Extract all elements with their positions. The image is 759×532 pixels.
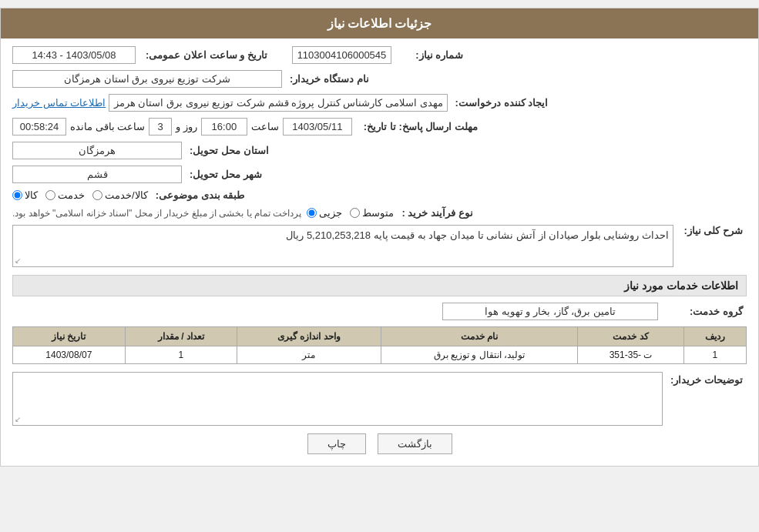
page-wrapper: جزئیات اطلاعات نیاز شماره نیاز: 11030041… [0, 8, 759, 467]
province-label: استان محل تحویل: [190, 145, 269, 156]
table-cell-name: تولید، انتقال و توزیع برق [381, 346, 578, 364]
creator-link[interactable]: اطلاعات تماس خریدار [12, 97, 106, 109]
need-desc-box: احداث روشنایی بلوار صیادان از آتش نشانی … [12, 225, 673, 267]
deadline-time: 16:00 [201, 118, 247, 136]
need-desc-label: شرح کلی نیاز: [681, 225, 743, 236]
page-title: جزئیات اطلاعات نیاز [327, 17, 432, 30]
city-value: قشم [12, 166, 182, 183]
category-khadamat-label: خدمت [58, 189, 85, 201]
deadline-days: 3 [149, 118, 172, 136]
col-code: کد خدمت [578, 327, 683, 346]
back-button[interactable]: بازگشت [378, 433, 452, 454]
buyer-org-value: شرکت توزیع نیروی برق استان هرمزگان [12, 70, 282, 88]
buyer-notes-label: توضیحات خریدار: [670, 372, 743, 386]
purchase-type-label: نوع فرآیند خرید : [401, 207, 472, 219]
col-date: تاریخ نیاز [13, 327, 126, 346]
purchase-type-motavasset-radio[interactable] [350, 208, 360, 218]
content-area: شماره نیاز: 1103004106000545 تاریخ و ساع… [1, 38, 758, 466]
deadline-remain: 00:58:24 [12, 118, 66, 136]
city-label: شهر محل تحویل: [190, 169, 262, 180]
category-khadamat-radio[interactable] [45, 190, 55, 200]
table-cell-date: 1403/08/07 [13, 346, 126, 364]
table-cell-row: 1 [683, 346, 746, 364]
deadline-label: مهلت ارسال پاسخ: تا تاریخ: [364, 121, 478, 132]
col-unit: واحد اندازه گیری [237, 327, 381, 346]
category-kala-label: کالا [25, 189, 38, 201]
resize-handle-notes: ↙ [15, 415, 21, 423]
deadline-time-label: ساعت [251, 121, 279, 132]
buyer-notes-row: توضیحات خریدار: ↙ [12, 372, 747, 426]
col-name: نام خدمت [381, 327, 578, 346]
table-cell-code: ت -35-351 [578, 346, 683, 364]
services-section-title: اطلاعات خدمات مورد نیاز [12, 275, 747, 296]
category-row: طبقه بندی موضوعی: کالا/خدمت خدمت کالا [12, 189, 747, 201]
date-time-value: 1403/05/08 - 14:43 [12, 46, 136, 64]
province-row: استان محل تحویل: هرمزگان [12, 142, 747, 159]
table-cell-qty: 1 [125, 346, 237, 364]
need-desc-row: شرح کلی نیاز: احداث روشنایی بلوار صیادان… [12, 225, 747, 267]
deadline-remain-label: ساعت باقی مانده [70, 121, 145, 132]
resize-handle-desc: ↙ [15, 256, 21, 265]
col-row: ردیف [683, 327, 746, 346]
category-radio-group: کالا/خدمت خدمت کالا [12, 189, 148, 201]
category-khadamat-option[interactable]: خدمت [45, 189, 85, 201]
buyer-org-label: نام دستگاه خریدار: [290, 73, 369, 85]
button-row: بازگشت چاپ [12, 433, 747, 454]
need-number-date-row: شماره نیاز: 1103004106000545 تاریخ و ساع… [12, 46, 747, 64]
purchase-type-jozii-option[interactable]: جزیی [307, 207, 342, 219]
table-row: 1ت -35-351تولید، انتقال و توزیع برقمتر11… [13, 346, 747, 364]
category-label: طبقه بندی موضوعی: [156, 189, 245, 201]
service-group-value: تامین برق، گاز، بخار و تهویه هوا [442, 303, 658, 320]
table-cell-unit: متر [237, 346, 381, 364]
category-kala-khadamat-option[interactable]: کالا/خدمت [92, 189, 148, 201]
purchase-type-radio-group: متوسط جزیی [307, 207, 394, 219]
col-qty: تعداد / مقدار [125, 327, 237, 346]
category-kala-option[interactable]: کالا [12, 189, 38, 201]
purchase-type-jozii-label: جزیی [319, 207, 342, 219]
province-value: هرمزگان [12, 142, 182, 159]
creator-value: مهدی اسلامی کارشناس کنترل پروژه قشم شرکت… [109, 94, 448, 112]
print-button[interactable]: چاپ [307, 433, 366, 454]
date-time-label: تاریخ و ساعت اعلان عمومی: [146, 49, 267, 61]
need-number-label: شماره نیاز: [401, 49, 463, 61]
services-table: ردیف کد خدمت نام خدمت واحد اندازه گیری ت… [12, 326, 747, 364]
buyer-notes-box: ↙ [12, 372, 663, 426]
need-desc-value: احداث روشنایی بلوار صیادان از آتش نشانی … [286, 229, 669, 241]
table-header-row: ردیف کد خدمت نام خدمت واحد اندازه گیری ت… [13, 327, 747, 346]
deadline-days-label: روز و [176, 121, 197, 132]
page-header: جزئیات اطلاعات نیاز [1, 8, 758, 38]
purchase-type-motavasset-option[interactable]: متوسط [350, 207, 394, 219]
creator-row: ایجاد کننده درخواست: مهدی اسلامی کارشناس… [12, 94, 747, 112]
category-kala-radio[interactable] [12, 190, 22, 200]
purchase-type-note: پرداخت تمام یا بخشی از مبلغ خریدار از مح… [12, 208, 301, 219]
service-group-row: گروه خدمت: تامین برق، گاز، بخار و تهویه … [12, 303, 747, 320]
service-group-label: گروه خدمت: [666, 306, 743, 317]
deadline-date: 1403/05/11 [283, 118, 352, 136]
deadline-row: مهلت ارسال پاسخ: تا تاریخ: 1403/05/11 سا… [12, 118, 747, 136]
city-row: شهر محل تحویل: قشم [12, 166, 747, 183]
purchase-type-jozii-radio[interactable] [307, 208, 317, 218]
need-number-value: 1103004106000545 [292, 46, 392, 64]
purchase-type-row: نوع فرآیند خرید : متوسط جزیی پرداخت تمام… [12, 207, 747, 219]
buyer-org-row: نام دستگاه خریدار: شرکت توزیع نیروی برق … [12, 70, 747, 88]
category-kala-khadamat-radio[interactable] [92, 190, 102, 200]
category-kala-khadamat-label: کالا/خدمت [105, 189, 148, 201]
creator-label: ایجاد کننده درخواست: [455, 97, 549, 109]
purchase-type-motavasset-label: متوسط [362, 207, 394, 219]
